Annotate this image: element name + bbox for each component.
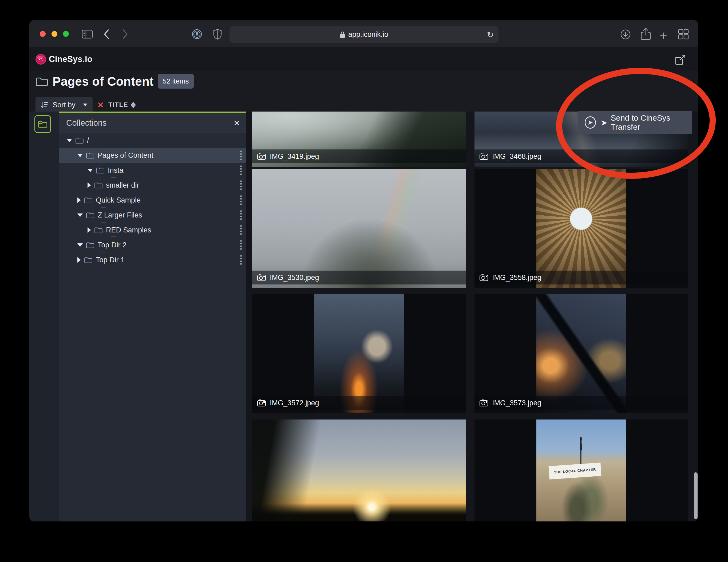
tree-row-label: Pages of Content	[98, 151, 153, 160]
clear-sort-button[interactable]: ✕	[97, 97, 104, 113]
tree-row-insta[interactable]: Insta	[59, 163, 246, 178]
camera-icon	[257, 153, 266, 160]
camera-icon	[257, 274, 266, 281]
tree-row-label: Quick Sample	[96, 196, 141, 204]
folder-icon	[84, 256, 93, 263]
more-options-icon[interactable]	[240, 165, 242, 175]
asset-filename: IMG_3558.jpeg	[492, 274, 541, 282]
open-in-new-icon[interactable]	[675, 54, 686, 65]
caret-right-icon[interactable]	[88, 183, 91, 188]
browser-window: app.iconik.io ↻ + CineSys.i	[29, 20, 698, 521]
asset-filename: IMG_3468.jpeg	[492, 152, 541, 161]
shield-extension-icon[interactable]	[213, 29, 222, 39]
tree-row-label: RED Samples	[106, 226, 151, 234]
brand-logo[interactable]: CineSys.io	[35, 48, 93, 71]
app-header: CineSys.io	[29, 48, 698, 71]
browser-toolbar: app.iconik.io ↻ +	[29, 20, 698, 48]
close-icon[interactable]: ✕	[234, 118, 240, 128]
password-manager-extension-icon[interactable]	[192, 29, 202, 39]
asset-filename: IMG_3573.jpeg	[492, 399, 541, 407]
more-options-icon[interactable]	[240, 151, 242, 160]
more-options-icon[interactable]	[240, 240, 242, 250]
sidebar-toggle-icon[interactable]	[82, 30, 93, 39]
thumbnail-desert-sign: THE LOCAL CHAPTER	[536, 419, 626, 521]
forward-button[interactable]	[122, 29, 128, 39]
asset-label: IMG_3419.jpeg	[252, 149, 466, 163]
caret-down-icon[interactable]	[88, 169, 93, 172]
asset-label: IMG_3530.jpeg	[252, 271, 466, 284]
tree-row-label: /	[87, 136, 89, 145]
collections-panel: Collections ✕ / P	[59, 112, 246, 521]
share-icon[interactable]	[640, 28, 651, 41]
caret-right-icon[interactable]	[77, 197, 81, 203]
asset-card[interactable]: THE LOCAL CHAPTER	[474, 419, 688, 521]
thumbnail-campfire-dusk	[314, 294, 404, 413]
tree-row-root[interactable]: /	[59, 133, 246, 148]
chevron-down-icon	[83, 104, 87, 106]
window-zoom-button[interactable]	[63, 31, 69, 37]
asset-card[interactable]: IMG_3573.jpeg	[474, 294, 688, 413]
asset-card[interactable]: IMG_3558.jpeg	[474, 169, 688, 288]
tree-row-top-dir-2[interactable]: Top Dir 2	[59, 238, 246, 252]
reload-icon[interactable]: ↻	[487, 30, 494, 39]
new-tab-icon[interactable]: +	[660, 28, 667, 43]
caret-down-icon[interactable]	[77, 213, 83, 217]
asset-label: IMG_3573.jpeg	[474, 396, 688, 410]
more-options-icon[interactable]	[240, 180, 242, 190]
camera-icon	[479, 399, 488, 407]
more-options-icon[interactable]	[240, 225, 242, 235]
caret-right-icon[interactable]	[77, 257, 81, 263]
collections-rail-button[interactable]	[34, 115, 51, 133]
sort-field-chip[interactable]: TITLE	[108, 97, 136, 113]
send-arrow-icon: ➤	[601, 118, 607, 127]
collections-panel-header: Collections ✕	[59, 113, 246, 133]
send-to-cinesys-transfer-menu-item[interactable]: ➤ ➤ Send to CineSys Transfer	[578, 111, 692, 134]
caret-right-icon[interactable]	[88, 227, 91, 233]
asset-filename: IMG_3419.jpeg	[270, 152, 319, 161]
folder-icon	[35, 76, 48, 87]
asset-card[interactable]	[252, 419, 466, 521]
tree-row-z-larger-files[interactable]: Z Larger Files	[59, 208, 246, 223]
tab-overview-icon[interactable]	[678, 29, 689, 40]
tree-row-label: Top Dir 1	[96, 256, 125, 264]
asset-label: IMG_3468.jpeg	[474, 149, 688, 163]
scrollbar-thumb[interactable]	[694, 472, 698, 519]
thumbnail-rainbow-sky	[252, 169, 466, 288]
person-silhouette	[579, 437, 583, 465]
tree-row-top-dir-1[interactable]: Top Dir 1	[59, 252, 246, 267]
caret-down-icon[interactable]	[77, 243, 83, 247]
more-options-icon[interactable]	[240, 195, 242, 205]
tree-row-red-samples[interactable]: RED Samples	[59, 223, 246, 238]
more-options-icon[interactable]	[240, 255, 242, 265]
caret-down-icon[interactable]	[67, 139, 72, 142]
sort-icon	[41, 101, 49, 109]
camera-icon	[479, 274, 488, 281]
tree-row-quick-sample[interactable]: Quick Sample	[59, 193, 246, 208]
tree-row-smaller-dir[interactable]: smaller dir	[59, 178, 246, 193]
back-button[interactable]	[104, 29, 109, 39]
downloads-icon[interactable]	[620, 29, 631, 40]
asset-card[interactable]: IMG_3419.jpeg	[252, 112, 466, 167]
folder-icon	[96, 167, 105, 174]
photo-sign-text: THE LOCAL CHAPTER	[549, 462, 602, 479]
asset-filename: IMG_3572.jpeg	[270, 399, 319, 407]
sort-direction-icon	[131, 102, 136, 108]
cinesys-logo-icon	[35, 54, 46, 65]
address-bar[interactable]: app.iconik.io ↻	[230, 26, 498, 43]
sort-field-label: TITLE	[108, 101, 128, 109]
asset-card[interactable]: IMG_3572.jpeg	[252, 294, 466, 413]
camera-icon	[479, 153, 488, 160]
asset-card[interactable]: IMG_3530.jpeg	[252, 169, 466, 288]
window-minimize-button[interactable]	[52, 31, 57, 37]
folder-icon	[86, 242, 94, 248]
send-circle-icon: ➤	[585, 116, 596, 129]
tree-row-pages-of-content[interactable]: Pages of Content	[59, 148, 246, 163]
more-options-icon[interactable]	[240, 210, 242, 220]
sort-by-button[interactable]: Sort by	[35, 97, 93, 113]
caret-down-icon[interactable]	[77, 154, 83, 157]
window-close-button[interactable]	[40, 31, 46, 37]
folder-icon	[94, 227, 103, 233]
thumbnail-telescope-sunset	[536, 294, 626, 413]
folder-icon	[84, 197, 93, 204]
tree-row-label: Z Larger Files	[98, 211, 142, 219]
